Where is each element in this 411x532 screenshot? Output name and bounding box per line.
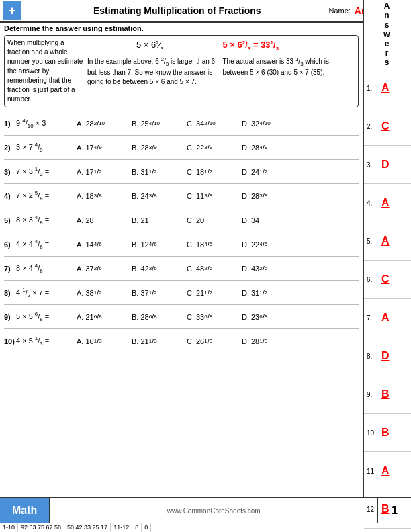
- answer-num-5: 5.: [367, 238, 379, 245]
- footer-stat-range-2: 11-12: [111, 523, 132, 532]
- footer-stat-vals-3: 8: [132, 523, 142, 532]
- choice-6a: A. 14 4/6: [77, 240, 130, 249]
- prob-num-2: 2): [4, 144, 16, 152]
- answer-1: 1. A: [364, 69, 411, 107]
- choice-4c: C. 11 3/8: [187, 192, 240, 200]
- choice-1d: D. 32 4/10: [242, 120, 295, 128]
- info-right-explanation: The actual answer is 33 1/3 which is bet…: [223, 56, 356, 78]
- info-center-explanation: In the example above, 6 2/3 is larger th…: [87, 56, 220, 87]
- answer-num-9: 9.: [367, 391, 379, 398]
- footer-main: Math www.CommonCoreSheets.com 1: [0, 498, 411, 523]
- footer-stat-range-1: 1-10: [0, 523, 18, 532]
- header-plus-icon: +: [3, 1, 21, 20]
- choice-4b: B. 24 3/8: [132, 192, 185, 200]
- prob-num-1: 1): [4, 120, 16, 128]
- prob-num-3: 3): [4, 168, 16, 176]
- prob-num-10: 10): [4, 337, 16, 345]
- footer-stat-vals-2: 50 42 33 25 17: [64, 523, 111, 532]
- choice-8c: C. 21 1/2: [187, 289, 240, 297]
- answer-num-3: 3.: [367, 161, 379, 169]
- choice-2c: C. 22 3/9: [187, 144, 240, 152]
- problem-8: 8) 4 1/2 × 7 = A. 38 1/2 B. 37 1/2 C. 21…: [4, 281, 359, 305]
- choice-2b: B. 28 3/9: [132, 144, 185, 152]
- choice-10b: B. 21 1/3: [132, 337, 185, 345]
- choices-3: A. 17 1/2 B. 31 1/2 C. 18 1/2 D. 24 1/2: [77, 168, 359, 176]
- choices-1: A. 28 2/10 B. 25 4/10 C. 34 2/10 D. 32 4…: [77, 120, 359, 128]
- choices-10: A. 16 1/3 B. 21 1/3 C. 26 1/3 D. 28 1/3: [77, 337, 359, 345]
- answer-9: 9. B: [364, 375, 411, 414]
- choices-7: A. 37 2/6 B. 42 3/6 C. 48 2/6 D. 43 2/6: [77, 265, 359, 273]
- answer-val-1: A: [381, 82, 390, 94]
- prob-num-8: 8): [4, 289, 16, 297]
- answer-val-5: A: [381, 235, 390, 247]
- choices-6: A. 14 4/6 B. 12 4/6 C. 18 4/6 D. 22 4/6: [77, 240, 359, 249]
- choice-2a: A. 17 4/9: [77, 144, 130, 152]
- prob-expr-7: 8 × 4 4/6 =: [16, 263, 77, 274]
- choice-6c: C. 18 4/6: [187, 240, 240, 249]
- answer-num-4: 4.: [367, 200, 379, 207]
- prob-expr-1: 9 4/10 × 3 =: [16, 118, 77, 129]
- problem-6: 6) 4 × 4 4/6 = A. 14 4/6 B. 12 4/6 C. 18…: [4, 232, 359, 257]
- answer-num-1: 1.: [367, 85, 379, 92]
- choice-4d: D. 28 3/8: [242, 192, 295, 200]
- prob-num-7: 7): [4, 265, 16, 273]
- main-content: Determine the answer using estimation. W…: [0, 23, 363, 355]
- prob-num-5: 5): [4, 216, 16, 224]
- answer-num-10: 10.: [367, 429, 379, 437]
- choice-5b: B. 21: [132, 216, 185, 224]
- prob-expr-10: 4 × 5 1/3 =: [16, 335, 77, 347]
- answer-5: 5. A: [364, 222, 411, 261]
- answer-3: 3. D: [364, 146, 411, 184]
- choices-5: A. 28 B. 21 C. 20 D. 34: [77, 216, 359, 224]
- answer-num-8: 8.: [367, 353, 379, 360]
- answer-8: 8. D: [364, 337, 411, 375]
- choice-5a: A. 28: [77, 216, 130, 224]
- choices-2: A. 17 4/9 B. 28 3/9 C. 22 3/9 D. 28 4/9: [77, 144, 359, 152]
- answer-num-6: 6.: [367, 276, 379, 283]
- problem-4: 4) 7 × 2 5/8 = A. 18 3/8 B. 24 3/8 C. 11…: [4, 184, 359, 208]
- footer: Math www.CommonCoreSheets.com 1 1-10 92 …: [0, 497, 411, 532]
- answer-val-9: B: [381, 388, 390, 400]
- answers-title: Answers: [364, 0, 411, 69]
- choice-7c: C. 48 2/6: [187, 265, 240, 273]
- prob-num-9: 9): [4, 313, 16, 321]
- answer-val-3: D: [381, 159, 390, 171]
- prob-expr-2: 3 × 7 4/9 =: [16, 142, 77, 153]
- prob-expr-4: 7 × 2 5/8 =: [16, 190, 77, 202]
- answer-val-11: A: [381, 465, 390, 477]
- problem-9: 9) 5 × 5 6/8 = A. 21 6/8 B. 28 6/8 C. 33…: [4, 305, 359, 329]
- answers-column: Answers 1. A 2. C 3. D 4. A 5. A 6. C 7.…: [363, 0, 411, 497]
- answer-val-7: A: [381, 312, 390, 324]
- info-center: 5 × 62⁄3 = In the example above, 6 2/3 i…: [87, 38, 220, 104]
- choice-3d: D. 24 1/2: [242, 168, 295, 176]
- info-center-example: 5 × 62⁄3 =: [87, 38, 220, 53]
- footer-stat-vals-4: 0: [142, 523, 151, 532]
- choice-1c: C. 34 2/10: [187, 120, 240, 128]
- answer-2: 2. C: [364, 107, 411, 146]
- footer-stat-vals-1: 92 83 75 67 58: [18, 523, 64, 532]
- answer-val-2: C: [381, 120, 390, 132]
- choice-1b: B. 25 4/10: [132, 120, 185, 128]
- choice-6b: B. 12 4/6: [132, 240, 185, 249]
- info-right-equation: 5 × 62/3 = 331/3: [223, 38, 356, 53]
- problem-3: 3) 7 × 3 1/2 = A. 17 1/2 B. 31 1/2 C. 18…: [4, 160, 359, 184]
- header-name-label: Name:: [328, 7, 350, 15]
- answer-10: 10. B: [364, 414, 411, 452]
- choice-4a: A. 18 3/8: [77, 192, 130, 200]
- choice-5d: D. 34: [242, 216, 295, 224]
- info-right: 5 × 62/3 = 331/3 The actual answer is 33…: [223, 38, 356, 104]
- answer-6: 6. C: [364, 261, 411, 299]
- choice-9a: A. 21 6/8: [77, 313, 130, 321]
- choice-10c: C. 26 1/3: [187, 337, 240, 345]
- answer-num-2: 2.: [367, 123, 379, 130]
- prob-expr-9: 5 × 5 6/8 =: [16, 311, 77, 322]
- answer-7: 7. A: [364, 299, 411, 337]
- answer-val-6: C: [381, 273, 390, 285]
- choice-1a: A. 28 2/10: [77, 120, 130, 128]
- answer-val-4: A: [381, 197, 390, 209]
- prob-expr-6: 4 × 4 4/6 =: [16, 238, 77, 250]
- answer-val-8: D: [381, 350, 390, 362]
- choice-9b: B. 28 6/8: [132, 313, 185, 321]
- answer-4: 4. A: [364, 184, 411, 222]
- choice-3b: B. 31 1/2: [132, 168, 185, 176]
